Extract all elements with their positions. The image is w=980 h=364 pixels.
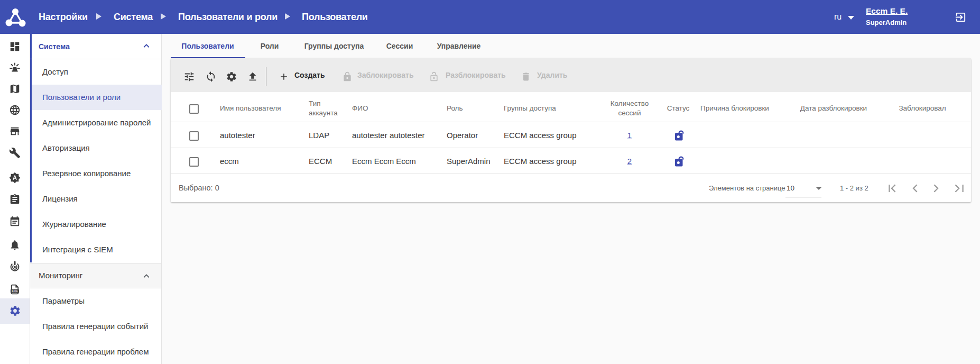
svg-text:LOG: LOG xyxy=(12,289,17,293)
